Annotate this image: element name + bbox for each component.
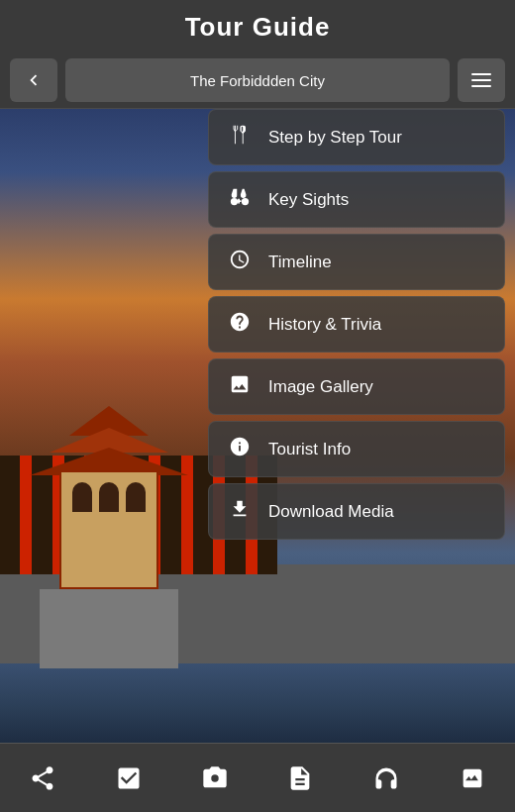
camera-icon (201, 764, 229, 792)
menu-item-key-sights[interactable]: Key Sights (208, 171, 505, 228)
tourist-info-label: Tourist Info (268, 440, 351, 459)
menu-item-image-gallery[interactable]: Image Gallery (208, 358, 505, 415)
bottom-toolbar (0, 743, 515, 812)
document-button[interactable] (275, 754, 325, 803)
document-icon (286, 764, 314, 792)
video-button[interactable] (448, 754, 497, 803)
menu-item-download-media[interactable]: Download Media (208, 483, 505, 540)
back-button[interactable] (10, 58, 57, 102)
menu-item-tourist-info[interactable]: Tourist Info (208, 421, 505, 477)
location-label: The Forbiddden City (190, 72, 325, 89)
download-media-icon (227, 498, 253, 525)
navigation-bar: The Forbiddden City (0, 52, 515, 108)
chevron-left-icon (23, 69, 45, 91)
tourist-info-icon (227, 436, 253, 462)
image-gallery-label: Image Gallery (268, 377, 373, 397)
check-button[interactable] (104, 754, 154, 803)
hamburger-icon (471, 73, 491, 87)
history-trivia-icon (227, 311, 253, 338)
location-bar: The Forbiddden City (65, 58, 450, 102)
timeline-icon (227, 249, 253, 275)
key-sights-icon (227, 186, 253, 213)
menu-item-timeline[interactable]: Timeline (208, 234, 505, 290)
app-header: Tour Guide (0, 0, 515, 52)
check-icon (115, 764, 143, 792)
headphones-button[interactable] (361, 754, 411, 803)
menu-item-history-trivia[interactable]: History & Trivia (208, 296, 505, 353)
menu-overlay: Step by Step Tour Key Sights Timeline Hi… (208, 109, 505, 540)
timeline-label: Timeline (268, 253, 332, 272)
share-icon (29, 764, 56, 792)
headphones-icon (372, 764, 400, 792)
download-media-label: Download Media (268, 502, 394, 522)
step-tour-icon (227, 124, 253, 151)
share-button[interactable] (18, 754, 67, 803)
key-sights-label: Key Sights (268, 190, 349, 210)
step-tour-label: Step by Step Tour (268, 128, 402, 148)
history-trivia-label: History & Trivia (268, 315, 381, 335)
menu-button[interactable] (458, 58, 505, 102)
camera-button[interactable] (190, 754, 240, 803)
image-gallery-icon (227, 373, 253, 400)
video-icon (459, 764, 486, 792)
app-title: Tour Guide (185, 12, 331, 42)
menu-item-step-tour[interactable]: Step by Step Tour (208, 109, 505, 165)
